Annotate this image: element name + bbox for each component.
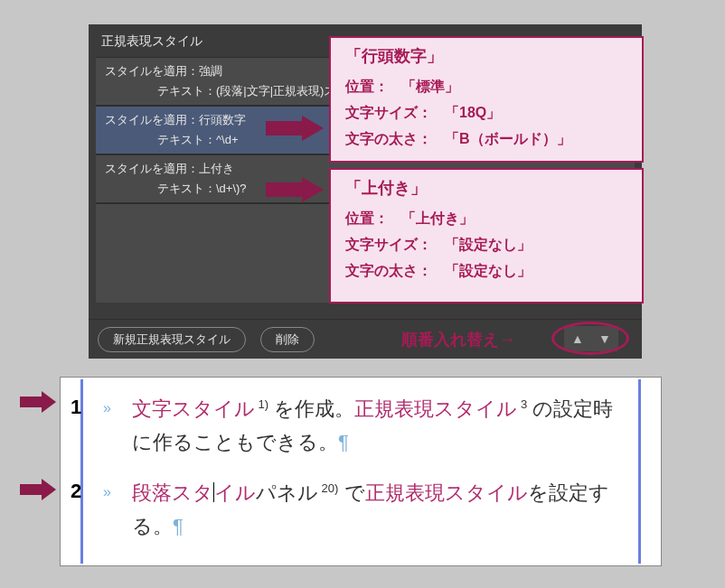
svg-marker-3 — [20, 479, 56, 500]
panel-footer: 新規正規表現スタイル 削除 順番入れ替え→ ▲ ▼ — [89, 319, 642, 359]
text-value: (段落|文字|正規表現)スタ — [216, 84, 347, 98]
indent-marker-icon: » — [103, 396, 111, 420]
apply-label: スタイルを適用： — [105, 64, 199, 78]
superscript-text: 1) — [255, 397, 268, 411]
text-label: テキスト： — [157, 84, 216, 98]
callout-val: 「18Q」 — [432, 105, 501, 120]
callout-leading-digit: 「行頭数字」 位置：「標準」 文字サイズ：「18Q」 文字の太さ：「B（ボールド… — [329, 36, 644, 163]
styled-text: 正規表現スタイル — [365, 481, 528, 504]
body-text: パネル — [256, 481, 318, 504]
apply-value: 強調 — [199, 64, 222, 78]
annotation-oval — [551, 322, 629, 355]
styled-text: 段落スタ — [132, 481, 213, 504]
svg-marker-0 — [266, 116, 324, 141]
body-text: を作成。 — [268, 397, 354, 420]
apply-label: スタイルを適用： — [105, 113, 199, 126]
pilcrow-icon: ¶ — [338, 431, 349, 453]
styled-text: イル — [214, 481, 256, 504]
callout-val: 「B（ボールド）」 — [432, 131, 571, 146]
apply-value: 上付き — [199, 162, 234, 175]
callout-key: 位置： — [345, 210, 389, 226]
callout-key: 文字サイズ： — [345, 105, 432, 120]
styled-text: 正規表現スタイル — [354, 397, 517, 420]
reorder-label: 順番入れ替え→ — [401, 329, 515, 350]
svg-marker-2 — [20, 391, 56, 413]
pilcrow-icon: ¶ — [173, 515, 184, 537]
indent-marker-icon: » — [103, 480, 111, 504]
superscript-text: 3 — [517, 397, 527, 411]
text-editor-body[interactable]: 1»文字スタイル 1) を作成。正規表現スタイル 3 の設定時に作ることもできる… — [80, 379, 641, 564]
callout-key: 文字の太さ： — [345, 263, 432, 278]
styled-text: 文字スタイル — [132, 397, 255, 420]
text-value: \d+\)? — [216, 182, 247, 195]
new-regex-style-button[interactable]: 新規正規表現スタイル — [98, 327, 246, 352]
text-editor[interactable]: 1»文字スタイル 1) を作成。正規表現スタイル 3 の設定時に作ることもできる… — [60, 377, 662, 566]
paragraph[interactable]: 2»段落スタイルパネル 20) で正規表現スタイルを設定する。¶ — [99, 476, 622, 544]
callout-key: 位置： — [345, 79, 389, 94]
callout-key: 文字の太さ： — [345, 131, 432, 146]
text-label: テキスト： — [157, 182, 216, 195]
delete-button[interactable]: 削除 — [260, 327, 315, 352]
apply-label: スタイルを適用： — [105, 162, 199, 175]
callout-val: 「設定なし」 — [432, 237, 532, 252]
callout-val: 「設定なし」 — [432, 263, 532, 278]
apply-value: 行頭数字 — [199, 113, 246, 126]
body-text: で — [338, 481, 364, 504]
leading-number: 2 — [71, 474, 81, 508]
text-label: テキスト： — [157, 133, 216, 146]
callout-title: 「上付き」 — [345, 177, 627, 199]
callout-key: 文字サイズ： — [345, 237, 432, 252]
callout-val: 「上付き」 — [389, 210, 474, 226]
callout-val: 「標準」 — [389, 79, 459, 94]
callout-superscript: 「上付き」 位置：「上付き」 文字サイズ：「設定なし」 文字の太さ：「設定なし」 — [329, 168, 644, 303]
paragraph[interactable]: 1»文字スタイル 1) を作成。正規表現スタイル 3 の設定時に作ることもできる… — [99, 392, 622, 460]
superscript-text: 20) — [318, 481, 338, 494]
leading-number: 1 — [71, 390, 81, 424]
callout-title: 「行頭数字」 — [345, 45, 627, 67]
svg-marker-1 — [266, 177, 324, 202]
text-value: ^\d+ — [216, 133, 239, 146]
